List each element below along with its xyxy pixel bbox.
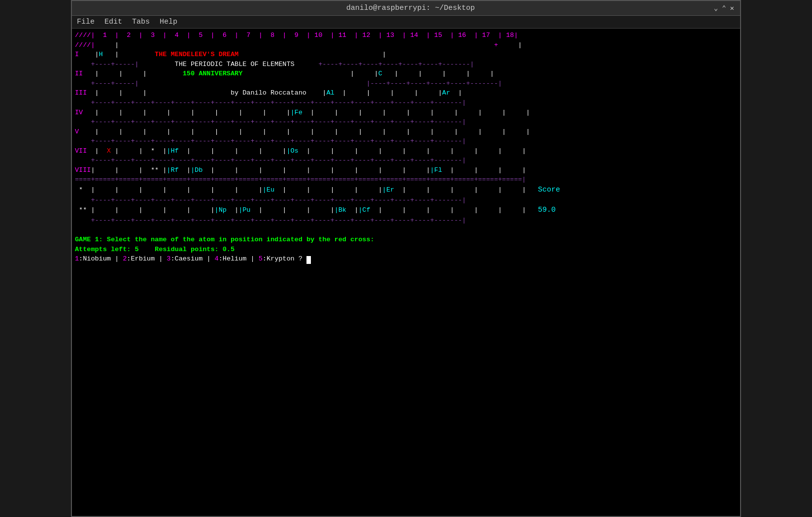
row-ii: II | | | 150 ANNIVERSARY | |C | | | | |	[75, 69, 737, 79]
row-act-dash: +----+----+----+----+----+----+----+----…	[75, 216, 737, 226]
close-button[interactable]: ✕	[730, 4, 734, 12]
row-ii-dash: +----+-----| |----+----+----+----+----+-…	[75, 79, 737, 89]
game-prompt-line: GAME 1: Select the name of the atom in p…	[75, 235, 737, 245]
col-header-row: ////| 1 | 2 | 3 | 4 | 5 | 6 | 7 | 8 | 9 …	[75, 31, 737, 40]
row-v-dash: +----+----+----+----+----+----+----+----…	[75, 136, 737, 146]
row-i: I |H | THE MENDELEEV'S DREAM |	[75, 50, 737, 60]
menu-edit[interactable]: Edit	[104, 18, 122, 26]
terminal-cursor	[306, 256, 311, 264]
menubar: File Edit Tabs Help	[72, 16, 740, 29]
window-title: danilo@raspberrypi: ~/Desktop	[107, 4, 714, 12]
row-lant-dash: +----+----+----+----+----+----+----+----…	[75, 195, 737, 205]
blank-line	[75, 226, 737, 235]
row-actinides: ** | | | | | ||Np ||Pu | | | ||Bk ||Cf |…	[75, 205, 737, 216]
terminal-content: ////| 1 | 2 | 3 | 4 | 5 | 6 | 7 | 8 | 9 …	[72, 29, 740, 512]
menu-file[interactable]: File	[77, 18, 95, 26]
row-slash2: ////| | + |	[75, 40, 737, 50]
row-iv: IV | | | | | | | | ||Fe | | | | | | | | …	[75, 108, 737, 118]
maximize-button[interactable]: ⌃	[722, 4, 726, 12]
titlebar: danilo@raspberrypi: ~/Desktop ⌄ ⌃ ✕	[72, 1, 740, 16]
window-controls[interactable]: ⌄ ⌃ ✕	[714, 4, 734, 12]
menu-tabs[interactable]: Tabs	[132, 18, 150, 26]
row-i-dash: +----+-----| THE PERIODIC TABLE OF ELEME…	[75, 60, 737, 69]
row-v: V | | | | | | | | | | | | | | | | | | |	[75, 127, 737, 137]
row-iv-dash: +----+----+----+----+----+----+----+----…	[75, 117, 737, 127]
equals-row: ====+=====+=====+=====+=====+=====+=====…	[75, 175, 737, 185]
row-iii: III | | | by Danilo Roccatano |Al | | | …	[75, 88, 737, 98]
attempts-line: Attempts left: 5 Residual points: 0.5	[75, 245, 737, 255]
row-viii: VIII| | | ** ||Rf ||Db | | | | | | | | |…	[75, 165, 737, 175]
row-lanthanides: * | | | | | | | ||Eu | | | | ||Er | | | …	[75, 185, 737, 195]
terminal-window: danilo@raspberrypi: ~/Desktop ⌄ ⌃ ✕ File…	[71, 0, 741, 517]
row-vii-dash: +----+----+----+----+----+----+----+----…	[75, 156, 737, 165]
row-vii: VII | X | | * ||Hf | | | | ||Os | | | | …	[75, 146, 737, 156]
minimize-button[interactable]: ⌄	[714, 4, 718, 12]
choices-line[interactable]: 1:Niobium | 2:Erbium | 3:Caesium | 4:Hel…	[75, 254, 737, 264]
menu-help[interactable]: Help	[160, 18, 177, 26]
row-iii-dash: +----+----+----+----+----+----+----+----…	[75, 98, 737, 108]
